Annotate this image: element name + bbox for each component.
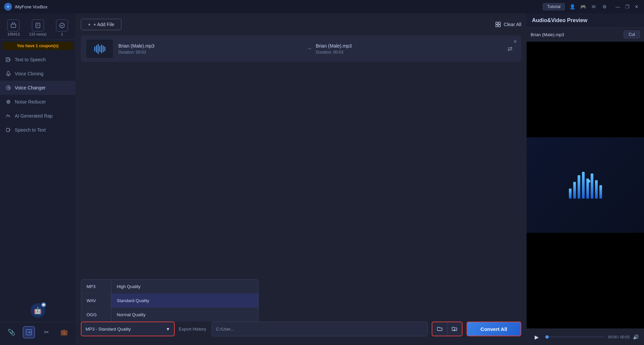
preview-video-area	[527, 42, 644, 329]
mail-icon[interactable]: ✉	[590, 3, 597, 10]
close-file-button[interactable]: ✕	[512, 38, 519, 45]
bottom-controls: MP3 WAV OGG High Quality Standard Qualit…	[81, 318, 521, 340]
voice-cloning-icon	[5, 71, 11, 77]
format-ogg[interactable]: OGG	[81, 308, 111, 322]
maximize-button[interactable]: ❐	[624, 3, 631, 10]
table-row: Brian (Male).mp3 Duration: 00:03 → Brian…	[81, 36, 521, 62]
time-display: 00:00 / 00:03	[608, 335, 630, 339]
volume-icon[interactable]: 🔊	[633, 334, 639, 340]
preview-header: Audio&Video Preview	[527, 13, 644, 28]
content-area: + + Add File Clear All	[75, 13, 527, 345]
bot-avatar[interactable]: 🤖 💬	[31, 303, 45, 318]
shuffle-icon[interactable]: ✂	[41, 326, 53, 338]
sidebar-label-voice-changer: Voice Changer	[15, 85, 46, 90]
ai-rap-icon	[5, 113, 11, 119]
chevron-down-icon: ▼	[166, 327, 170, 332]
settings-icon[interactable]: ⚙	[601, 3, 608, 10]
format-qualities-column: High Quality Standard Quality Normal Qua…	[111, 280, 258, 322]
progress-bar[interactable]	[545, 336, 605, 338]
format-select-button[interactable]: MP3 - Standard Quality ▼	[81, 322, 175, 336]
cut-button[interactable]: Cut	[624, 30, 640, 39]
viz-bar-1	[569, 189, 572, 199]
add-file-plus: +	[88, 22, 91, 27]
svg-point-1	[7, 6, 9, 8]
file-input-info: Brian (Male).mp3 Duration: 00:03	[118, 43, 303, 55]
gamepad-icon[interactable]: 🎮	[580, 3, 586, 10]
add-file-button[interactable]: + + Add File	[81, 19, 121, 30]
preview-filename: Brian (Male).mp3	[531, 32, 564, 37]
titlebar: iMyFone VoxBox Tutorial 👤 🎮 ✉ ⚙ — ❐ ✕	[0, 0, 644, 13]
sidebar: 105413 115 min(s)	[0, 13, 75, 345]
convert-arrow-icon: →	[303, 45, 316, 52]
open-folder-button[interactable]	[432, 322, 447, 336]
app-title: iMyFone VoxBox	[15, 4, 48, 9]
viz-bar-6	[591, 174, 593, 199]
play-button[interactable]: ▶	[532, 332, 541, 342]
main-layout: 105413 115 min(s)	[0, 13, 644, 345]
waveform-icon	[94, 44, 105, 54]
sidebar-label-noise-reducer: Noise Reducer	[15, 99, 46, 105]
clear-all-area: Clear All	[495, 21, 521, 27]
quality-standard[interactable]: Standard Quality	[111, 294, 258, 308]
minimize-button[interactable]: —	[614, 3, 621, 10]
sidebar-label-speech-to-text: Speech to Text	[15, 127, 46, 133]
close-button[interactable]: ✕	[633, 3, 640, 10]
titlebar-left: iMyFone VoxBox	[4, 3, 48, 11]
briefcase-icon[interactable]: 💼	[58, 326, 70, 338]
count-icon	[56, 19, 68, 31]
user-icon[interactable]: 👤	[569, 3, 576, 10]
content-header: + + Add File Clear All	[81, 19, 521, 30]
app-logo	[4, 3, 12, 11]
path-input[interactable]: C:/User...	[212, 322, 428, 336]
output-file-duration: Duration: 00:03	[316, 50, 500, 55]
svg-rect-20	[496, 22, 498, 24]
audio-visualizer	[569, 172, 602, 199]
sidebar-item-voice-cloning[interactable]: Voice Cloning	[0, 67, 75, 81]
svg-rect-22	[496, 25, 498, 27]
progress-dot	[545, 335, 549, 339]
noise-reducer-icon	[5, 99, 11, 105]
viz-bar-4	[582, 172, 585, 199]
clear-all-button[interactable]: Clear All	[504, 22, 521, 27]
convert-all-button[interactable]: Convert All	[467, 322, 521, 336]
tutorial-button[interactable]: Tutorial	[543, 3, 565, 10]
viz-dot	[588, 180, 590, 183]
viz-bar-2	[573, 182, 576, 199]
quality-normal[interactable]: Normal Quality	[111, 308, 258, 322]
folder-buttons	[432, 322, 463, 336]
path-text: C:/User...	[216, 327, 423, 332]
grid-icon	[495, 21, 501, 27]
bot-badge: 💬	[41, 302, 46, 307]
file-thumbnail	[86, 40, 113, 58]
voice-changer-icon	[5, 85, 11, 91]
viz-bar-7	[595, 180, 598, 199]
stat-credits: 105413	[7, 19, 20, 36]
input-file-duration: Duration: 00:03	[118, 50, 303, 55]
format-overlay: MP3 WAV OGG High Quality Standard Qualit…	[81, 279, 259, 322]
browse-folder-button[interactable]	[447, 322, 462, 336]
stat-count: 1	[56, 19, 68, 36]
convert-icon[interactable]	[23, 326, 35, 338]
video-panel-top	[527, 42, 644, 137]
sidebar-nav: Text to Speech Voice Cloning	[0, 53, 75, 299]
sidebar-item-noise-reducer[interactable]: Noise Reducer	[0, 95, 75, 109]
svg-rect-21	[498, 22, 500, 24]
format-wav[interactable]: WAV	[81, 294, 111, 308]
format-mp3[interactable]: MP3	[81, 280, 111, 294]
input-file-name: Brian (Male).mp3	[118, 43, 303, 49]
sidebar-item-text-to-speech[interactable]: Text to Speech	[0, 53, 75, 67]
video-panel-bottom	[527, 233, 644, 329]
format-select-label: MP3 - Standard Quality	[86, 327, 131, 332]
svg-rect-11	[7, 71, 9, 74]
stat-minutes: 115 min(s)	[29, 19, 47, 36]
sidebar-item-voice-changer[interactable]: Voice Changer	[0, 81, 75, 95]
svg-rect-2	[11, 24, 16, 27]
quality-high[interactable]: High Quality	[111, 280, 258, 294]
sidebar-item-ai-generated-rap[interactable]: AI Generated Rap	[0, 109, 75, 123]
svg-rect-18	[6, 128, 9, 132]
sidebar-item-speech-to-text[interactable]: Speech to Text	[0, 123, 75, 137]
minutes-value: 115 min(s)	[29, 32, 47, 36]
text-to-speech-icon	[5, 57, 11, 63]
attachment-icon[interactable]: 📎	[5, 326, 17, 338]
video-panel-middle	[527, 137, 644, 233]
